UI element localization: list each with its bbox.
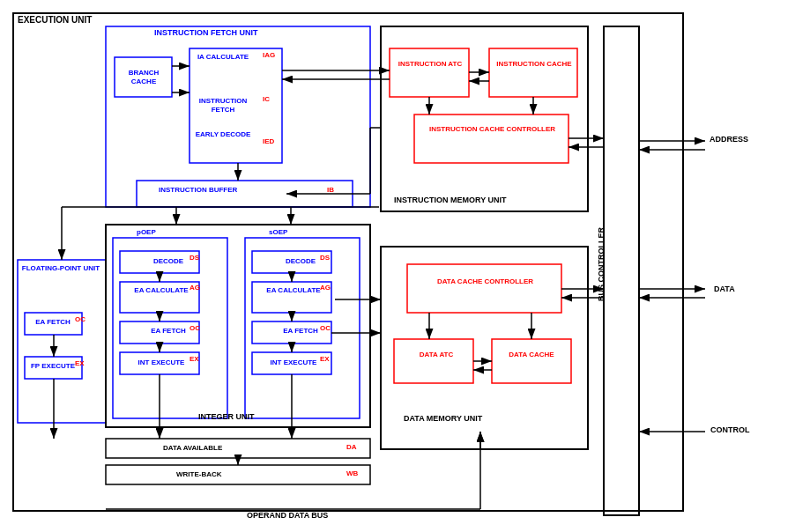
data-atc-label: DATA ATC <box>401 351 472 359</box>
tag-ib: IB <box>327 186 334 195</box>
instruction-fetch-unit-label: INSTRUCTION FETCH UNIT <box>154 28 258 38</box>
tag-iag: IAG <box>263 51 275 60</box>
data-cache-label: DATA CACHE <box>496 351 567 359</box>
instruction-atc-label: INSTRUCTION ATC <box>395 60 465 69</box>
tag-da: DA <box>346 443 357 452</box>
tag-ex-s: EX <box>320 355 330 364</box>
int-execute-s-label: INT EXECUTE <box>257 358 330 367</box>
instruction-cache-controller-label: INSTRUCTION CACHE CONTROLLER <box>420 125 565 134</box>
svg-rect-29 <box>407 264 561 313</box>
ea-fetch-fp-label: EA FETCH <box>27 318 78 327</box>
svg-rect-3 <box>13 13 683 511</box>
svg-rect-8 <box>390 48 469 97</box>
write-back-label: WRITE-BACK <box>176 470 222 479</box>
tag-ex-fp: EX <box>75 359 85 368</box>
bus-controller-label: BUS CONTROLLER <box>597 176 632 352</box>
execution-unit-label: EXECUTION UNIT <box>18 15 92 26</box>
floating-point-unit-label: FLOATING-POINT UNIT <box>21 264 100 273</box>
branch-cache-label: BRANCH CACHE <box>117 69 170 85</box>
address-label: ADDRESS <box>710 135 748 144</box>
tag-wb: WB <box>346 469 358 478</box>
svg-rect-30 <box>394 339 473 383</box>
soep-label: sOEP <box>269 228 287 237</box>
ia-calculate-label: IA CALCULATE <box>192 53 254 62</box>
tag-ex-p: EX <box>189 355 199 364</box>
svg-rect-15 <box>106 225 370 427</box>
svg-rect-10 <box>414 115 568 163</box>
integer-unit-label: INTEGER UNIT <box>198 412 255 422</box>
data-cache-controller-label: DATA CACHE CONTROLLER <box>412 277 558 286</box>
svg-rect-12 <box>18 260 106 423</box>
instruction-fetch-label: INSTRUCTION FETCH <box>192 97 254 114</box>
operand-data-bus-label: OPERAND DATA BUS <box>247 511 328 521</box>
ea-calculate-s-label: EA CALCULATE <box>257 286 330 295</box>
data-label: DATA <box>714 284 735 294</box>
instruction-buffer-label: INSTRUCTION BUFFER <box>159 186 237 195</box>
data-available-label: DATA AVAILABLE <box>163 444 222 453</box>
tag-ds-p: DS <box>189 254 199 262</box>
svg-rect-31 <box>492 339 571 383</box>
data-memory-unit-label: DATA MEMORY UNIT <box>404 414 482 424</box>
tag-oc-p: OC <box>189 324 200 333</box>
tag-oc-s: OC <box>320 324 331 333</box>
int-execute-p-label: INT EXECUTE <box>125 358 197 367</box>
fp-execute-label: FP EXECUTE <box>27 362 78 371</box>
ea-calculate-p-label: EA CALCULATE <box>125 286 197 295</box>
control-label: CONTROL <box>710 425 750 435</box>
tag-ag-s: AG <box>320 284 331 292</box>
early-decode-label: EARLY DECODE <box>192 130 254 139</box>
tag-ds-s: DS <box>320 254 330 262</box>
svg-rect-27 <box>106 465 370 484</box>
svg-rect-26 <box>106 439 370 458</box>
svg-rect-11 <box>381 26 588 211</box>
tag-ied: IED <box>263 137 274 146</box>
instruction-memory-unit-label: INSTRUCTION MEMORY UNIT <box>394 196 507 205</box>
tag-ic: IC <box>263 95 270 104</box>
instruction-cache-label: INSTRUCTION CACHE <box>494 60 574 69</box>
poep-label: pOEP <box>137 228 156 237</box>
tag-ag-p: AG <box>189 284 200 292</box>
tag-oc-fp: OC <box>75 315 85 324</box>
svg-rect-9 <box>489 48 577 97</box>
